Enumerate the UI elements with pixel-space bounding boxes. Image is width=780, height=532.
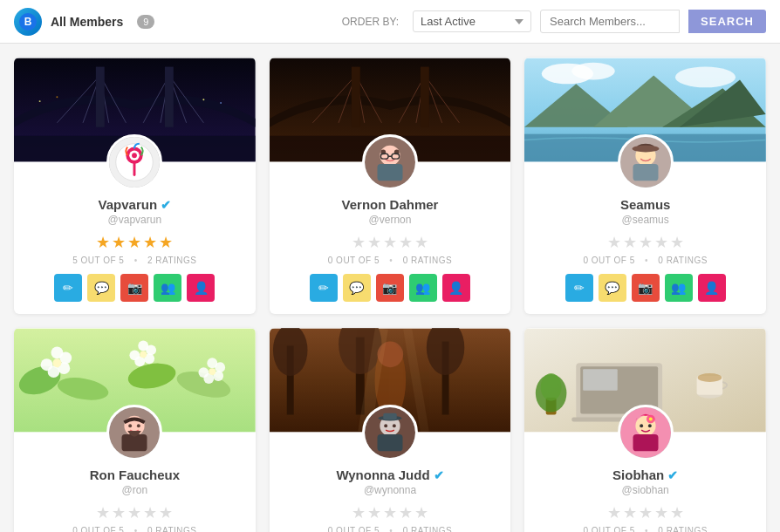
member-card: Ron Faucheux @ron ★★★★★ 0 OUT OF 5 • 0 R…: [14, 328, 256, 532]
group-button[interactable]: 👥: [409, 274, 437, 302]
member-card: Seamus @seamus ★★★★★ 0 OUT OF 5 • 0 RATI…: [524, 58, 766, 314]
svg-point-77: [198, 367, 209, 378]
edit-button[interactable]: ✏: [54, 274, 82, 302]
member-name: Ron Faucheux: [28, 467, 242, 482]
star-5: ★: [670, 503, 684, 522]
member-card: Siobhan ✔ @siobhan ★★★★★ 0 OUT OF 5 • 0 …: [524, 328, 766, 532]
star-4: ★: [143, 233, 157, 252]
svg-point-16: [202, 99, 204, 100]
avatar: [106, 134, 162, 190]
member-name: Vapvarun ✔: [28, 197, 242, 212]
star-4: ★: [143, 503, 157, 522]
group-button[interactable]: 👥: [665, 274, 693, 302]
svg-point-14: [39, 100, 41, 102]
ratings-text: 0 OUT OF 5 • 0 RATINGS: [28, 526, 242, 532]
svg-point-22: [132, 153, 137, 158]
star-1: ★: [96, 233, 110, 252]
chat-button[interactable]: 💬: [599, 274, 626, 302]
svg-point-78: [209, 368, 216, 375]
svg-rect-12: [96, 67, 105, 127]
user-button[interactable]: 👤: [698, 274, 726, 302]
svg-text:B: B: [24, 16, 32, 28]
member-count-badge: 9: [137, 15, 154, 29]
site-logo: B: [14, 8, 42, 36]
svg-rect-99: [383, 413, 396, 420]
card-body: Vernon Dahmer @vernon ★★★★★ 0 OUT OF 5 •…: [270, 134, 511, 314]
avatar-wrap: [538, 134, 752, 190]
user-button[interactable]: 👤: [187, 274, 215, 302]
svg-rect-104: [584, 369, 619, 391]
member-name: Vernon Dahmer: [284, 197, 497, 212]
search-button[interactable]: seaRCH: [688, 10, 766, 33]
svg-point-115: [648, 424, 652, 427]
svg-point-82: [129, 424, 133, 427]
camera-button[interactable]: 📷: [376, 274, 404, 302]
svg-point-83: [137, 424, 140, 427]
card-body: Siobhan ✔ @siobhan ★★★★★ 0 OUT OF 5 • 0 …: [524, 405, 766, 532]
edit-button[interactable]: ✏: [310, 274, 338, 302]
group-button[interactable]: 👥: [154, 274, 181, 302]
svg-point-62: [59, 351, 72, 364]
ratings-text: 5 OUT OF 5 • 2 RATINGS: [28, 256, 242, 265]
member-handle: @ron: [28, 484, 242, 496]
svg-rect-34: [421, 67, 429, 127]
stars-rating: ★★★★★: [538, 503, 752, 522]
avatar: [106, 405, 162, 460]
user-button[interactable]: 👤: [442, 274, 470, 302]
star-3: ★: [383, 233, 397, 252]
star-2: ★: [367, 503, 381, 522]
svg-point-36: [380, 146, 400, 166]
svg-point-65: [41, 358, 53, 371]
star-5: ★: [159, 503, 173, 522]
svg-rect-54: [633, 164, 658, 181]
stars-rating: ★★★★★: [284, 503, 497, 522]
stars-rating: ★★★★★: [284, 233, 497, 252]
avatar: [362, 405, 418, 460]
order-by-select[interactable]: Last Active Newest Members Alphabetical: [413, 10, 531, 32]
star-1: ★: [607, 233, 621, 252]
order-by-label: ORDER BY:: [342, 16, 399, 28]
member-name: Wynonna Judd ✔: [284, 467, 497, 482]
star-2: ★: [623, 233, 637, 252]
camera-button[interactable]: 📷: [632, 274, 660, 302]
star-2: ★: [112, 503, 126, 522]
star-2: ★: [112, 233, 126, 252]
chat-button[interactable]: 💬: [87, 274, 115, 302]
star-5: ★: [670, 233, 684, 252]
stars-rating: ★★★★★: [28, 233, 242, 252]
svg-rect-13: [165, 67, 174, 127]
svg-point-110: [541, 373, 562, 401]
ratings-text: 0 OUT OF 5 • 0 RATINGS: [538, 256, 752, 265]
card-body: Ron Faucheux @ron ★★★★★ 0 OUT OF 5 • 0 R…: [14, 405, 256, 532]
edit-button[interactable]: ✏: [565, 274, 593, 302]
action-buttons: ✏ 💬 📷 👥 👤: [538, 274, 752, 302]
avatar: [618, 405, 674, 460]
member-card: Vapvarun ✔ @vapvarun ★★★★★ 5 OUT OF 5 • …: [14, 58, 256, 314]
svg-point-74: [215, 362, 225, 372]
avatar-wrap: [28, 134, 242, 190]
avatar: [362, 134, 418, 190]
member-card: Wynonna Judd ✔ @wynonna ★★★★★ 0 OUT OF 5…: [270, 328, 511, 532]
action-buttons: ✏ 💬 📷 👥 👤: [28, 274, 242, 302]
svg-point-117: [649, 418, 653, 421]
member-handle: @wynonna: [284, 484, 497, 496]
svg-point-97: [393, 424, 396, 427]
star-4: ★: [654, 233, 668, 252]
star-3: ★: [383, 503, 397, 522]
star-3: ★: [639, 503, 653, 522]
svg-point-96: [384, 424, 387, 427]
avatar: [618, 134, 674, 190]
search-input[interactable]: [540, 10, 680, 33]
stars-rating: ★★★★★: [28, 503, 242, 522]
page-title: All Members: [51, 15, 123, 29]
member-handle: @seamus: [538, 214, 752, 226]
member-name: Seamus: [538, 197, 752, 212]
chat-button[interactable]: 💬: [343, 274, 371, 302]
ratings-text: 0 OUT OF 5 • 0 RATINGS: [284, 526, 497, 532]
svg-point-51: [675, 67, 736, 88]
verified-icon: ✔: [667, 468, 678, 482]
svg-point-55: [632, 146, 659, 153]
camera-button[interactable]: 📷: [120, 274, 148, 302]
star-4: ★: [654, 503, 668, 522]
star-5: ★: [414, 233, 428, 252]
